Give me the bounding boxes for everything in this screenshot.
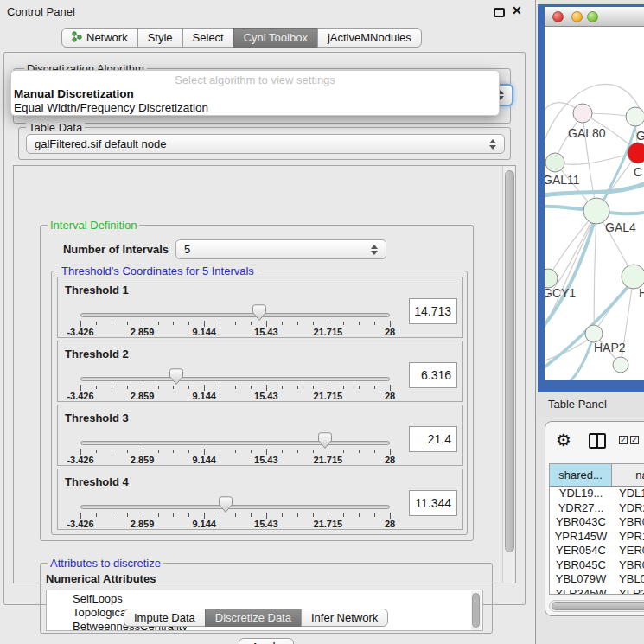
cell-shared-name[interactable]: YBR043C (550, 515, 612, 530)
tick-mark (112, 450, 112, 453)
minimize-traffic-light[interactable] (571, 11, 583, 22)
scrollbar-thumb[interactable] (472, 593, 480, 628)
slider-track[interactable] (80, 441, 390, 445)
zoom-traffic-light[interactable] (587, 11, 598, 22)
slider-thumb[interactable] (318, 432, 332, 450)
option-equal-width-frequency[interactable]: Equal Width/Frequency Discretization (14, 101, 208, 114)
threshold-value-field[interactable]: 11.344 (409, 490, 457, 516)
float-window-icon[interactable] (494, 8, 505, 17)
network-edge[interactable] (594, 211, 596, 334)
slider-track[interactable] (80, 377, 390, 381)
table-panel-titlebar: Table Panel (537, 392, 644, 417)
close-icon[interactable]: ✕ (512, 3, 522, 17)
tick-mark (188, 322, 189, 325)
slider-thumb[interactable] (252, 304, 266, 322)
tick-mark (204, 385, 205, 391)
cell-shared-name[interactable]: YDL19... (550, 487, 612, 501)
table-row[interactable]: YPR145WYPR1 (550, 530, 644, 545)
table-row[interactable]: YBL079WYBL0 (550, 572, 644, 587)
tab-discretize-data[interactable]: Discretize Data (205, 609, 302, 627)
tab-infer-network[interactable]: Infer Network (301, 609, 388, 627)
vertical-scrollbar[interactable] (502, 166, 515, 583)
threshold-slider[interactable]: -3.4262.8599.14415.4321.71528 (80, 341, 390, 403)
apply-button[interactable]: Apply (239, 638, 294, 644)
cell-name[interactable]: YPR1 (612, 530, 644, 545)
tab-style[interactable]: Style (137, 28, 183, 48)
cell-name[interactable]: YDR2 (612, 501, 644, 516)
cell-name[interactable]: YBR0 (612, 515, 644, 530)
combo-arrows-icon (482, 139, 496, 150)
tab-select[interactable]: Select (182, 28, 234, 48)
group-label: Interval Definition (48, 219, 139, 232)
tab-network[interactable]: Network (61, 28, 138, 48)
gear-icon[interactable]: ⚙ (556, 430, 571, 450)
network-node[interactable] (545, 153, 564, 172)
list-scrollbar[interactable] (471, 591, 481, 631)
scrollbar-thumb[interactable] (505, 170, 514, 552)
slider-thumb[interactable] (169, 368, 183, 386)
tab-jactivemnodules[interactable]: jActiveMNodules (317, 28, 422, 48)
tab-cyni-toolbox[interactable]: Cyni Toolbox (233, 28, 318, 48)
tick-mark (112, 322, 112, 325)
tick-mark (96, 386, 97, 389)
scrollbar-thumb[interactable] (552, 602, 644, 610)
table-row[interactable]: YBR043CYBR0 (550, 515, 644, 530)
horizontal-scrollbar[interactable] (549, 600, 644, 612)
tick-mark (127, 322, 128, 325)
tick-mark (297, 386, 298, 389)
tick-mark (297, 450, 298, 453)
cell-shared-name[interactable]: YBL079W (550, 572, 612, 587)
threshold-panel: Threshold 2 -3.4262.8599.14415.4321.7152… (57, 341, 463, 402)
slider-thumb[interactable] (219, 496, 233, 513)
table-panel-title: Table Panel (548, 398, 607, 411)
cell-name[interactable]: YDL1 (612, 487, 644, 501)
tick-mark (390, 321, 391, 327)
threshold-value-field[interactable]: 21.4 (409, 426, 457, 452)
threshold-slider[interactable]: -3.4262.8599.14415.4321.71528 (80, 405, 390, 467)
tick-label: 15.43 (254, 519, 278, 529)
network-node-label: HAP2 (594, 341, 626, 354)
columns-icon[interactable] (589, 433, 606, 449)
checkbox-icon[interactable]: ✓ (619, 436, 628, 444)
attribute-list-item[interactable]: SelfLoops (73, 592, 482, 606)
cell-name[interactable]: YBL0 (612, 572, 644, 587)
tab-label: Cyni Toolbox (244, 31, 308, 44)
table-row[interactable]: YBR045CYBR0 (550, 558, 644, 573)
network-node[interactable] (585, 325, 603, 342)
threshold-value-field[interactable]: 14.713 (409, 298, 457, 324)
table-row[interactable]: YER054CYER0 (550, 544, 644, 558)
slider-track[interactable] (80, 505, 390, 509)
table-row[interactable]: YLR345WYLR3 (550, 587, 644, 596)
cell-name[interactable]: YER0 (612, 544, 644, 558)
column-header-shared-name[interactable]: shared... (550, 464, 612, 486)
checkbox-icon[interactable]: ✓ (630, 436, 639, 444)
table-row[interactable]: YDL19...YDL1 (550, 487, 644, 501)
cell-shared-name[interactable]: YER054C (550, 544, 612, 558)
table-data-combobox[interactable]: galFiltered.sif default node (26, 134, 505, 154)
cell-shared-name[interactable]: YDR27... (550, 501, 612, 516)
network-canvas[interactable]: GAL80GALCGAL11GAL4GCY1HHAP2 (545, 27, 644, 380)
cell-name[interactable]: YBR0 (612, 558, 644, 573)
network-node[interactable] (626, 107, 644, 126)
threshold-value-field[interactable]: 6.316 (409, 362, 457, 388)
network-node[interactable] (613, 357, 628, 373)
cell-shared-name[interactable]: YLR345W (550, 587, 612, 596)
cell-name[interactable]: YLR3 (612, 587, 644, 596)
network-node[interactable] (622, 265, 644, 289)
network-node[interactable] (573, 104, 592, 123)
threshold-slider[interactable]: -3.4262.8599.14415.4321.71528 (80, 469, 390, 531)
network-node[interactable] (628, 143, 644, 163)
network-window-titlebar[interactable] (545, 7, 644, 27)
cell-shared-name[interactable]: YPR145W (550, 530, 612, 545)
option-manual-discretization[interactable]: Manual Discretization (14, 87, 134, 100)
tick-mark (297, 513, 298, 517)
close-traffic-light[interactable] (552, 11, 564, 22)
number-of-intervals-combobox[interactable]: 5 (175, 239, 386, 259)
slider-track[interactable] (80, 313, 390, 317)
column-header-name[interactable]: name (612, 464, 644, 486)
number-of-intervals-value: 5 (184, 243, 190, 256)
threshold-slider[interactable]: -3.4262.8599.14415.4321.71528 (80, 277, 390, 339)
table-row[interactable]: YDR27...YDR2 (550, 501, 644, 516)
tab-impute-data[interactable]: Impute Data (124, 609, 206, 627)
cell-shared-name[interactable]: YBR045C (550, 558, 612, 573)
